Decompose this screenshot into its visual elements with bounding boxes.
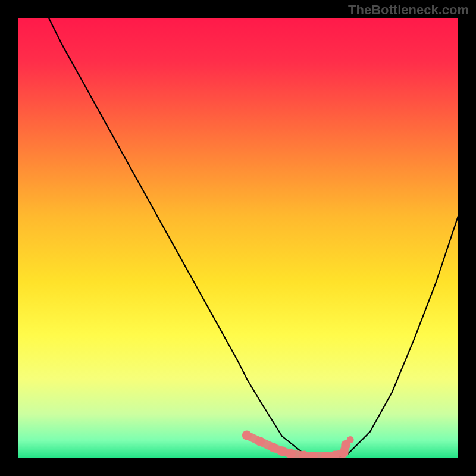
svg-point-0 — [242, 431, 252, 440]
chart-svg — [18, 18, 458, 458]
watermark-text: TheBottleneck.com — [348, 2, 469, 18]
svg-point-4 — [286, 449, 296, 458]
svg-point-2 — [268, 443, 278, 452]
svg-point-1 — [255, 437, 265, 446]
plot-area — [18, 18, 458, 458]
svg-point-3 — [277, 446, 287, 456]
svg-point-11 — [347, 436, 354, 443]
chart-frame: TheBottleneck.com — [0, 0, 476, 476]
